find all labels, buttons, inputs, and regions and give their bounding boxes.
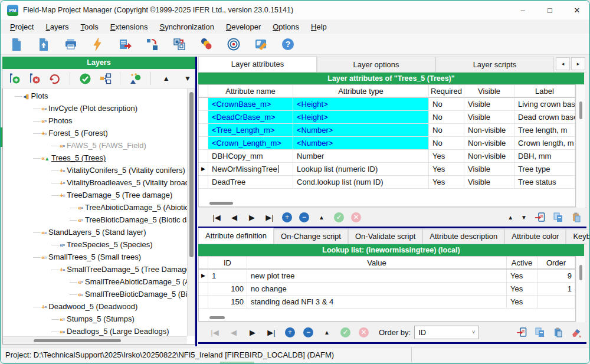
map-editor-icon[interactable] (253, 37, 268, 52)
tree-item[interactable]: Stumps_5 (Stumps) (3, 313, 187, 325)
lookup-hscroll-thumb[interactable] (209, 316, 225, 319)
feature-types-icon[interactable] (129, 71, 142, 86)
open-project-icon[interactable] (36, 37, 51, 52)
menu-layers[interactable]: Layers (40, 21, 74, 33)
column-value[interactable]: Value (247, 257, 507, 269)
lookup-row[interactable]: 100no changeYes1 (199, 283, 575, 296)
attribute-row[interactable]: DBHCopy_mmNumberYesNon-visibleDBH, mm (199, 150, 575, 163)
nav-cancel-icon[interactable]: ✕ (359, 327, 369, 337)
new-project-icon[interactable] (9, 37, 24, 52)
tab-layer-options[interactable]: Layer options (317, 57, 435, 72)
panel-splitter[interactable] (195, 57, 197, 346)
tree-item[interactable]: TreeBioticDamage_5 (Biotic damage) (3, 214, 187, 226)
nav-edit-icon[interactable]: ▲ (320, 329, 334, 336)
tree-item[interactable]: Deadlogs_5 (Large Deadlogs) (3, 325, 187, 336)
quick-run-icon[interactable] (90, 37, 106, 52)
tree-item[interactable]: SmallTreeDamage_5 (Tree Damage) (3, 263, 187, 276)
print-icon[interactable] (63, 37, 78, 52)
tab-keyboard[interactable]: Keyboard (566, 229, 590, 244)
tree-item[interactable]: TreeSpecies_5 (Species) (3, 238, 187, 251)
nav-cancel-icon[interactable]: ✕ (351, 212, 361, 222)
tree-vertical-scrollbar[interactable] (187, 88, 195, 336)
nav-insert-icon[interactable]: + (285, 327, 295, 337)
delete-layer-icon[interactable] (28, 71, 41, 86)
help-icon[interactable]: ? (280, 37, 296, 52)
column-id[interactable]: ID (208, 257, 247, 269)
import-icon[interactable] (516, 327, 527, 337)
move-up-icon[interactable]: ▲ (507, 214, 513, 221)
attributes-hscroll-thumb[interactable] (209, 202, 233, 205)
nav-insert-icon[interactable]: + (282, 212, 292, 222)
paste-icon[interactable] (553, 327, 563, 337)
paste-icon[interactable] (571, 212, 582, 222)
nav-prior-icon[interactable]: ◀ (225, 213, 243, 222)
attribute-row[interactable]: <Tree_Length_m><Number>NoNon-visibleTree… (199, 124, 575, 137)
import-icon[interactable] (535, 212, 545, 222)
erase-icon[interactable] (571, 327, 582, 337)
copy-icon[interactable] (553, 212, 563, 222)
tab-attribute-color[interactable]: Attribute color (504, 229, 566, 244)
tree-item[interactable]: VitalityConifers_5 (Vitality conifers) (3, 164, 187, 176)
column-visible[interactable]: Visible (464, 85, 514, 97)
tree-item[interactable]: SmallTreeAbioticDamage_5 (Abiotic) (3, 276, 187, 288)
nav-delete-icon[interactable]: − (299, 212, 309, 222)
order-by-dropdown[interactable]: ID ˅ (414, 326, 479, 339)
move-down-icon[interactable]: ▼ (181, 74, 195, 83)
tree-horizontal-scrollbar[interactable] (3, 336, 187, 344)
nav-edit-icon[interactable]: ▲ (313, 214, 330, 221)
column-required[interactable]: Required (429, 85, 464, 97)
nav-next-icon[interactable]: ▶ (245, 328, 260, 337)
nav-delete-icon[interactable]: − (303, 327, 313, 337)
attribute-row[interactable]: <Crown_Length_m><Number>NoNon-visibleCro… (199, 137, 575, 150)
attribute-row[interactable]: <CrownBase_m><Height>NoVisibleLiving cro… (199, 98, 575, 111)
tree-item[interactable]: SmallTreeBioticDamage_5 (Biotic) (3, 288, 187, 300)
move-down-icon[interactable]: ▼ (521, 214, 527, 221)
menu-options[interactable]: Options (267, 21, 305, 33)
menu-tools[interactable]: Tools (75, 21, 104, 33)
export-data-icon[interactable] (117, 37, 133, 52)
nav-first-icon[interactable]: |◀ (208, 213, 225, 222)
nav-last-icon[interactable]: ▶| (261, 213, 278, 222)
tab-scroll-left-icon[interactable]: ◂ (556, 57, 570, 70)
column-active[interactable]: Active (507, 257, 537, 269)
tree-item[interactable]: FAWS_5 (FAWS_Field) (3, 139, 187, 152)
add-layer-icon[interactable] (8, 71, 21, 86)
appearance-colors-icon[interactable] (199, 37, 214, 52)
nav-first-icon[interactable]: |◀ (208, 328, 222, 337)
lookup-vertical-scrollbar[interactable] (576, 257, 585, 322)
hierarchy-icon[interactable] (99, 71, 112, 86)
menu-synchronization[interactable]: Synchronization (153, 21, 220, 33)
tree-item[interactable]: Photos (3, 114, 187, 127)
tab-layer-attributes[interactable]: Layer attributes (198, 56, 317, 72)
attribute-row[interactable]: DeadTreeCond.lookup list (num ID)YesVisi… (199, 176, 575, 189)
menu-developer[interactable]: Developer (220, 21, 267, 33)
reorganize-structure-icon[interactable] (145, 37, 160, 52)
tree-item[interactable]: Trees_5 (Trees) (3, 152, 187, 164)
tab-on-change-script[interactable]: On-Change script (274, 229, 348, 244)
move-up-icon[interactable]: ▲ (159, 74, 173, 83)
tree-item[interactable]: TreeAbioticDamage_5 (Abiotic damage) (3, 201, 187, 214)
column-attribute-name[interactable]: Attribute name (208, 85, 293, 97)
attributes-vertical-scrollbar[interactable] (576, 85, 585, 208)
column-order[interactable]: Order (537, 257, 575, 269)
tab-layer-scripts[interactable]: Layer scripts (435, 57, 554, 72)
tree-item[interactable]: StandLayers_5 (Stand layer) (3, 226, 187, 238)
tree-item[interactable]: VitalityBroadleaves_5 (Vitality broadlea… (3, 176, 187, 189)
maximize-button[interactable]: □ (536, 1, 563, 19)
column-label[interactable]: Label (514, 85, 575, 97)
menu-project[interactable]: Project (4, 21, 40, 33)
menu-help[interactable]: Help (305, 21, 333, 33)
nav-last-icon[interactable]: ▶| (264, 328, 278, 337)
nav-next-icon[interactable]: ▶ (243, 213, 261, 222)
lookup-row[interactable]: ▶1new plot treeYes9 (199, 270, 575, 283)
tree-item[interactable]: Forest_5 (Forest) (3, 127, 187, 139)
attribute-row[interactable]: <DeadCrBase_m><Height>NoVisibleDead crow… (199, 111, 575, 124)
tree-item[interactable]: InvCycle (Plot description) (3, 102, 187, 114)
reload-layer-icon[interactable] (48, 71, 61, 86)
tree-item[interactable]: Plots (3, 90, 187, 102)
copy-icon[interactable] (535, 327, 545, 337)
column-attribute-type[interactable]: Attribute type (293, 85, 429, 97)
target-icon[interactable] (226, 37, 241, 52)
tab-attribute-definition[interactable]: Attribute definition (198, 228, 274, 244)
copy-structure-icon[interactable] (172, 37, 187, 52)
